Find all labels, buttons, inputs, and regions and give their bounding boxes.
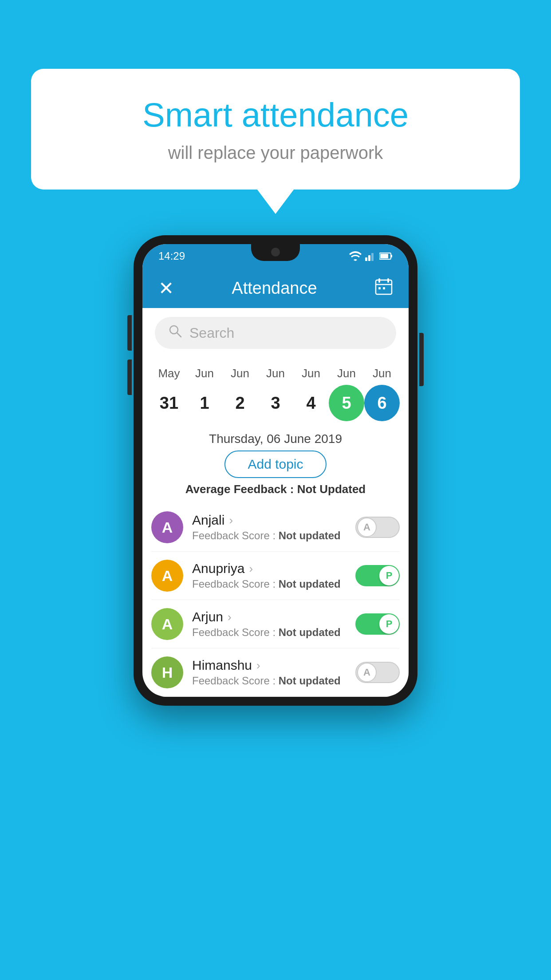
svg-rect-4 [391, 255, 392, 257]
status-time: 14:29 [158, 250, 185, 262]
svg-rect-10 [378, 287, 381, 289]
header-title: Attendance [232, 279, 317, 298]
student-list: A Anjali › Feedback Score : Not updated … [142, 503, 409, 697]
student-chevron-0: › [229, 514, 233, 527]
phone-notch [251, 244, 300, 261]
student-avatar-3: H [151, 656, 183, 688]
student-feedback-value-3: Not updated [279, 675, 341, 687]
cal-date-5[interactable]: 5 [329, 385, 364, 421]
student-info-3: Himanshu › Feedback Score : Not updated [192, 658, 346, 687]
student-item-0[interactable]: A Anjali › Feedback Score : Not updated … [151, 503, 400, 552]
student-name-1: Anupriya › [192, 561, 346, 576]
svg-rect-0 [365, 257, 367, 261]
avg-feedback-value: Not Updated [297, 482, 366, 496]
phone-outer: 14:29 [134, 235, 417, 706]
student-feedback-value-0: Not updated [279, 530, 341, 541]
cal-month-3: Jun [258, 367, 293, 380]
search-icon [168, 324, 182, 342]
app-header: ✕ Attendance [142, 268, 409, 308]
cal-date-4[interactable]: 4 [293, 385, 329, 421]
student-chevron-1: › [249, 562, 253, 576]
svg-rect-5 [380, 254, 388, 258]
student-feedback-3: Feedback Score : Not updated [192, 675, 346, 687]
search-placeholder: Search [189, 325, 234, 341]
cal-date-0[interactable]: 31 [151, 385, 187, 421]
close-button[interactable]: ✕ [158, 277, 174, 299]
student-feedback-value-1: Not updated [279, 578, 341, 590]
student-avatar-1: A [151, 560, 183, 592]
student-feedback-1: Feedback Score : Not updated [192, 578, 346, 590]
cal-date-2[interactable]: 2 [222, 385, 258, 421]
student-info-2: Arjun › Feedback Score : Not updated [192, 609, 346, 639]
student-toggle-1[interactable]: P [355, 565, 400, 586]
student-toggle-2[interactable]: P [355, 613, 400, 635]
svg-rect-8 [387, 278, 389, 283]
cal-month-4: Jun [293, 367, 329, 380]
student-avatar-0: A [151, 511, 183, 543]
student-chevron-3: › [256, 659, 260, 672]
student-info-1: Anupriya › Feedback Score : Not updated [192, 561, 346, 590]
speech-bubble-title: Smart attendance [67, 95, 484, 134]
calendar-icon[interactable] [375, 277, 393, 299]
student-feedback-0: Feedback Score : Not updated [192, 530, 346, 542]
toggle-knob-1: P [379, 566, 399, 585]
svg-line-13 [177, 333, 181, 337]
cal-month-0: May [151, 367, 187, 380]
wifi-icon [349, 251, 362, 261]
student-name-3: Himanshu › [192, 658, 346, 673]
student-item-3[interactable]: H Himanshu › Feedback Score : Not update… [151, 648, 400, 697]
battery-icon [379, 252, 393, 260]
cal-month-1: Jun [187, 367, 222, 380]
student-avatar-2: A [151, 608, 183, 640]
svg-rect-1 [368, 255, 370, 261]
speech-bubble-subtitle: will replace your paperwork [67, 143, 484, 163]
student-chevron-2: › [228, 610, 232, 624]
signal-icon [365, 251, 376, 261]
toggle-knob-0: A [357, 518, 377, 537]
student-name-2: Arjun › [192, 609, 346, 624]
volume-down-button [127, 360, 132, 395]
status-icons [349, 251, 393, 261]
cal-date-6[interactable]: 6 [364, 385, 400, 421]
student-feedback-2: Feedback Score : Not updated [192, 626, 346, 639]
phone-screen: 14:29 [142, 244, 409, 697]
cal-month-5: Jun [329, 367, 364, 380]
add-topic-button[interactable]: Add topic [224, 450, 326, 478]
avg-feedback-label: Average Feedback : [185, 482, 294, 496]
phone-mockup: 14:29 [134, 235, 417, 706]
cal-date-1[interactable]: 1 [187, 385, 222, 421]
toggle-knob-2: P [379, 614, 399, 634]
svg-rect-7 [378, 278, 380, 283]
student-name-0: Anjali › [192, 513, 346, 528]
calendar-months: MayJunJunJunJunJunJun [151, 367, 400, 380]
toggle-knob-3: A [357, 663, 377, 682]
calendar-strip: MayJunJunJunJunJunJun 31123456 [142, 358, 409, 426]
cal-date-3[interactable]: 3 [258, 385, 293, 421]
cal-month-6: Jun [364, 367, 400, 380]
student-toggle-0[interactable]: A [355, 517, 400, 538]
calendar-dates[interactable]: 31123456 [151, 385, 400, 421]
svg-rect-2 [371, 253, 374, 261]
search-bar[interactable]: Search [155, 317, 396, 349]
volume-up-button [127, 315, 132, 351]
student-item-1[interactable]: A Anupriya › Feedback Score : Not update… [151, 552, 400, 600]
avg-feedback: Average Feedback : Not Updated [142, 482, 409, 496]
student-item-2[interactable]: A Arjun › Feedback Score : Not updated P [151, 600, 400, 648]
svg-rect-11 [383, 287, 385, 289]
cal-month-2: Jun [222, 367, 258, 380]
student-feedback-value-2: Not updated [279, 626, 341, 638]
speech-bubble-container: Smart attendance will replace your paper… [31, 69, 520, 190]
student-info-0: Anjali › Feedback Score : Not updated [192, 513, 346, 542]
student-toggle-3[interactable]: A [355, 662, 400, 683]
power-button [419, 333, 424, 386]
speech-bubble: Smart attendance will replace your paper… [31, 69, 520, 190]
selected-date-label: Thursday, 06 June 2019 [142, 432, 409, 446]
